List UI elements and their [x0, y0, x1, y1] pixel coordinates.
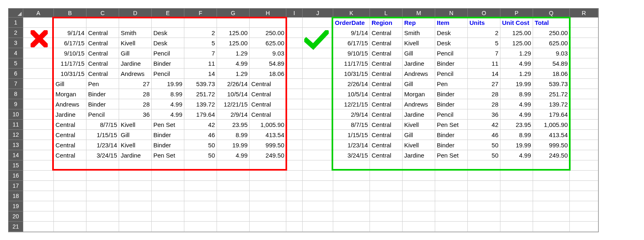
cell-Q2[interactable]: 250.00: [533, 28, 570, 38]
row-header-17[interactable]: 17: [9, 181, 23, 191]
cell-D4[interactable]: Gill: [119, 48, 152, 58]
cell-D2[interactable]: Smith: [119, 28, 152, 38]
cell-F2[interactable]: 2: [184, 28, 217, 38]
cell-P18[interactable]: [500, 191, 533, 201]
cell-B1[interactable]: [54, 18, 86, 28]
cell-H17[interactable]: [250, 181, 286, 191]
cell-C19[interactable]: [86, 201, 119, 211]
cell-G13[interactable]: 19.99: [217, 140, 250, 150]
cell-B20[interactable]: [54, 211, 86, 222]
cell-P17[interactable]: [500, 181, 533, 191]
cell-D15[interactable]: [119, 160, 152, 171]
cell-P1[interactable]: Unit Cost: [500, 18, 533, 28]
column-header-N[interactable]: N: [435, 9, 468, 18]
cell-F15[interactable]: [184, 160, 217, 171]
cell-M3[interactable]: Kivell: [403, 38, 435, 48]
cell-M1[interactable]: Rep: [403, 18, 435, 28]
cell-R8[interactable]: [570, 89, 598, 99]
cell-O15[interactable]: [468, 160, 500, 171]
cell-K17[interactable]: [333, 181, 370, 191]
cell-K1[interactable]: OrderDate: [333, 18, 370, 28]
cell-L2[interactable]: Central: [370, 28, 403, 38]
cell-G6[interactable]: 1.29: [217, 69, 250, 79]
cell-B17[interactable]: [54, 181, 86, 191]
cell-C14[interactable]: 3/24/15: [86, 150, 119, 160]
cell-Q8[interactable]: 251.72: [533, 89, 570, 99]
row-header-15[interactable]: 15: [9, 160, 23, 171]
cell-J9[interactable]: [303, 99, 333, 109]
cell-F19[interactable]: [184, 201, 217, 211]
column-header-B[interactable]: B: [54, 9, 86, 18]
cell-R21[interactable]: [570, 222, 598, 232]
cell-A8[interactable]: [23, 89, 54, 99]
cell-O20[interactable]: [468, 211, 500, 222]
cell-J20[interactable]: [303, 211, 333, 222]
row-header-19[interactable]: 19: [9, 201, 23, 211]
cell-N8[interactable]: Binder: [435, 89, 468, 99]
cell-I14[interactable]: [286, 150, 303, 160]
cell-I2[interactable]: [286, 28, 303, 38]
cell-B16[interactable]: [54, 171, 86, 181]
cell-K15[interactable]: [333, 160, 370, 171]
cell-J15[interactable]: [303, 160, 333, 171]
cell-N9[interactable]: Binder: [435, 99, 468, 109]
cell-P7[interactable]: 19.99: [500, 79, 533, 89]
cell-D20[interactable]: [119, 211, 152, 222]
cell-C21[interactable]: [86, 222, 119, 232]
column-header-R[interactable]: R: [570, 9, 598, 18]
column-header-O[interactable]: O: [468, 9, 500, 18]
cell-E12[interactable]: Binder: [152, 130, 184, 140]
cell-N12[interactable]: Binder: [435, 130, 468, 140]
cell-M17[interactable]: [403, 181, 435, 191]
cell-Q4[interactable]: 9.03: [533, 48, 570, 58]
cell-Q12[interactable]: 413.54: [533, 130, 570, 140]
cell-A13[interactable]: [23, 140, 54, 150]
cell-H16[interactable]: [250, 171, 286, 181]
cell-C9[interactable]: Binder: [86, 99, 119, 109]
cell-R12[interactable]: [570, 130, 598, 140]
cell-D12[interactable]: Gill: [119, 130, 152, 140]
cell-R9[interactable]: [570, 99, 598, 109]
cell-O17[interactable]: [468, 181, 500, 191]
cell-B3[interactable]: 6/17/15: [54, 38, 86, 48]
cell-L17[interactable]: [370, 181, 403, 191]
cell-A21[interactable]: [23, 222, 54, 232]
column-header-M[interactable]: M: [403, 9, 435, 18]
cell-J3[interactable]: [303, 38, 333, 48]
row-header-14[interactable]: 14: [9, 150, 23, 160]
select-all-corner[interactable]: [9, 9, 23, 18]
cell-H9[interactable]: Central: [250, 99, 286, 109]
cell-C20[interactable]: [86, 211, 119, 222]
cell-A12[interactable]: [23, 130, 54, 140]
cell-B13[interactable]: Central: [54, 140, 86, 150]
cell-C1[interactable]: [86, 18, 119, 28]
cell-E21[interactable]: [152, 222, 184, 232]
cell-H3[interactable]: 625.00: [250, 38, 286, 48]
cell-I15[interactable]: [286, 160, 303, 171]
cell-H6[interactable]: 18.06: [250, 69, 286, 79]
cell-E5[interactable]: Binder: [152, 58, 184, 69]
cell-P5[interactable]: 4.99: [500, 58, 533, 69]
cell-D5[interactable]: Jardine: [119, 58, 152, 69]
cell-O5[interactable]: 11: [468, 58, 500, 69]
cell-I16[interactable]: [286, 171, 303, 181]
cell-E15[interactable]: [152, 160, 184, 171]
cell-J13[interactable]: [303, 140, 333, 150]
cell-N4[interactable]: Pencil: [435, 48, 468, 58]
cell-A15[interactable]: [23, 160, 54, 171]
row-header-8[interactable]: 8: [9, 89, 23, 99]
cell-F10[interactable]: 179.64: [184, 109, 217, 120]
cell-Q7[interactable]: 539.73: [533, 79, 570, 89]
cell-H2[interactable]: 250.00: [250, 28, 286, 38]
row-header-9[interactable]: 9: [9, 99, 23, 109]
cell-D9[interactable]: 28: [119, 99, 152, 109]
cell-K3[interactable]: 6/17/15: [333, 38, 370, 48]
cell-J11[interactable]: [303, 120, 333, 130]
cell-B12[interactable]: Central: [54, 130, 86, 140]
column-header-Q[interactable]: Q: [533, 9, 570, 18]
cell-D7[interactable]: 27: [119, 79, 152, 89]
row-header-6[interactable]: 6: [9, 69, 23, 79]
column-header-I[interactable]: I: [286, 9, 303, 18]
cell-Q18[interactable]: [533, 191, 570, 201]
cell-L9[interactable]: Central: [370, 99, 403, 109]
